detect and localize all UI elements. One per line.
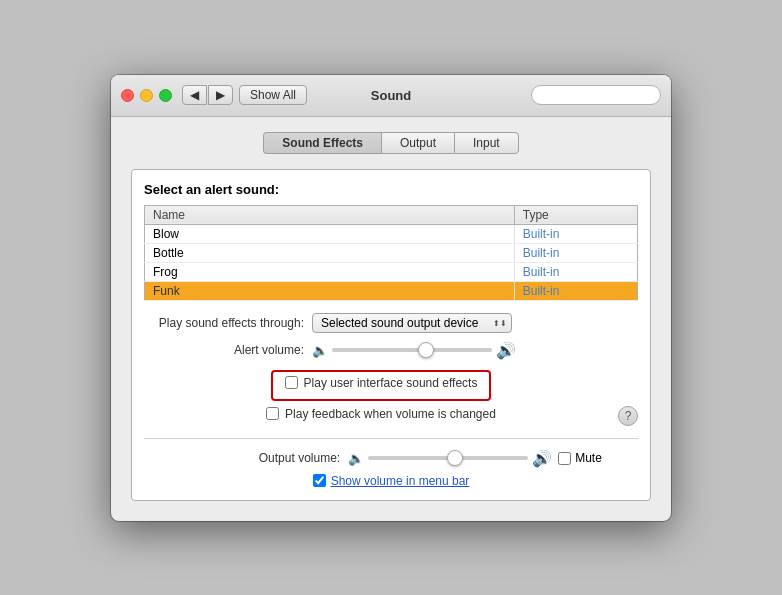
output-volume-slider[interactable]	[368, 456, 528, 460]
table-row[interactable]: Bottle Built-in	[145, 243, 638, 262]
table-row[interactable]: Blow Built-in	[145, 224, 638, 243]
mute-row: Mute	[558, 451, 602, 465]
tab-sound-effects[interactable]: Sound Effects	[263, 132, 381, 154]
ui-sound-label: Play user interface sound effects	[304, 376, 478, 390]
forward-button[interactable]: ▶	[208, 85, 233, 105]
mute-label: Mute	[575, 451, 602, 465]
ui-sound-box: Play user interface sound effects	[271, 370, 492, 401]
show-in-menu-bar-label: Show volume in menu bar	[331, 474, 470, 488]
maximize-button[interactable]	[159, 89, 172, 102]
sound-name: Blow	[145, 224, 515, 243]
sound-type: Built-in	[514, 243, 637, 262]
ui-sound-checkbox[interactable]	[285, 376, 298, 389]
sound-type: Built-in	[514, 281, 637, 300]
help-button[interactable]: ?	[618, 406, 638, 426]
tab-input[interactable]: Input	[454, 132, 519, 154]
traffic-lights	[121, 89, 172, 102]
play-through-row: Play sound effects through: Selected sou…	[144, 313, 638, 333]
checkboxes-col: Play user interface sound effects Play f…	[144, 370, 618, 426]
back-button[interactable]: ◀	[182, 85, 207, 105]
alert-volume-label: Alert volume:	[144, 343, 304, 357]
show-all-button[interactable]: Show All	[239, 85, 307, 105]
tab-output[interactable]: Output	[381, 132, 454, 154]
output-device-select[interactable]: Selected sound output device	[312, 313, 512, 333]
col-type-header: Type	[514, 205, 637, 224]
sound-name: Bottle	[145, 243, 515, 262]
ui-sound-row: Play user interface sound effects	[285, 376, 478, 390]
search-wrapper	[531, 85, 661, 105]
content-area: Sound Effects Output Input Select an ale…	[111, 117, 671, 521]
select-alert-label: Select an alert sound:	[144, 182, 638, 197]
table-row[interactable]: Funk Built-in	[145, 281, 638, 300]
sound-type: Built-in	[514, 262, 637, 281]
show-in-menu-bar-checkbox[interactable]	[313, 474, 326, 487]
feedback-label: Play feedback when volume is changed	[285, 407, 496, 421]
output-volume-label: Output volume:	[180, 451, 340, 465]
table-row[interactable]: Frog Built-in	[145, 262, 638, 281]
titlebar: ◀ ▶ Show All Sound	[111, 75, 671, 117]
menu-bar-row: Show volume in menu bar	[144, 474, 638, 488]
window-title: Sound	[371, 88, 411, 103]
volume-low-icon: 🔈	[312, 343, 328, 358]
close-button[interactable]	[121, 89, 134, 102]
sound-type: Built-in	[514, 224, 637, 243]
feedback-row: Play feedback when volume is changed	[266, 407, 496, 421]
sound-effects-panel: Select an alert sound: Name Type Blow Bu…	[131, 169, 651, 501]
main-window: ◀ ▶ Show All Sound Sound Effects Output …	[111, 75, 671, 521]
alert-volume-row: Alert volume: 🔈 🔊	[144, 341, 638, 360]
output-device-wrapper: Selected sound output device	[312, 313, 512, 333]
sound-table: Name Type Blow Built-in Bottle Built-in …	[144, 205, 638, 301]
output-volume-row: Output volume: 🔈 🔊 Mute	[144, 449, 638, 468]
alert-volume-slider[interactable]	[332, 348, 492, 352]
tab-bar: Sound Effects Output Input	[131, 132, 651, 154]
volume-high-icon: 🔊	[496, 341, 516, 360]
feedback-checkbox[interactable]	[266, 407, 279, 420]
nav-buttons: ◀ ▶	[182, 85, 233, 105]
output-volume-low-icon: 🔈	[348, 451, 364, 466]
col-name-header: Name	[145, 205, 515, 224]
mute-checkbox[interactable]	[558, 452, 571, 465]
checkboxes-help-row: Play user interface sound effects Play f…	[144, 370, 638, 426]
output-volume-high-icon: 🔊	[532, 449, 552, 468]
show-in-menu-bar-row: Show volume in menu bar	[313, 474, 470, 488]
sound-name: Frog	[145, 262, 515, 281]
sound-name: Funk	[145, 281, 515, 300]
search-input[interactable]	[531, 85, 661, 105]
minimize-button[interactable]	[140, 89, 153, 102]
play-sound-label: Play sound effects through:	[144, 316, 304, 330]
bottom-section: Output volume: 🔈 🔊 Mute Show volume in m…	[144, 438, 638, 488]
